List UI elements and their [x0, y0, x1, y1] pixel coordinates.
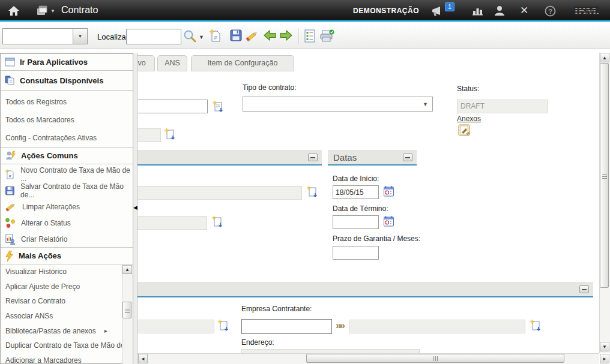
query-todos-os-marcadores[interactable]: Todos os Marcadores: [1, 111, 133, 129]
panel-collapse-strip[interactable]: ◀: [133, 53, 137, 364]
tab-item-de-configuracao[interactable]: Item de Confguração: [191, 55, 294, 71]
new-record-icon[interactable]: #: [209, 29, 223, 43]
action-alterar-o-status[interactable]: Alterar o Status: [1, 215, 133, 231]
new-record-icon: #: [5, 169, 15, 181]
more-adicionar-a-marcadores[interactable]: Adicionar a Marcadores: [1, 353, 133, 364]
more-actions-header: Mais Ações: [1, 247, 133, 264]
svg-text:?: ?: [548, 8, 552, 15]
go-to-applications-header[interactable]: Ir Para Aplicativos: [1, 53, 133, 71]
next-record-icon[interactable]: [279, 29, 293, 43]
go-to-caret-icon[interactable]: ▼: [50, 8, 55, 14]
scroll-left-button[interactable]: ◄: [138, 354, 148, 363]
query-todos-os-registros[interactable]: Todos os Registros: [1, 93, 133, 111]
change-status-icon: [5, 218, 16, 228]
actions-menu-panel: Ir Para Aplicativos Consultas Disponívei…: [0, 53, 133, 364]
query-config-contratacoes-ativas[interactable]: Config - Contratações Ativas: [1, 129, 133, 147]
app-switcher-caret-icon[interactable]: ▼: [73, 29, 87, 44]
data-termino-label: Data de Término:: [333, 204, 388, 213]
toolbar-separator: [298, 28, 298, 44]
panel-scrollbar-thumb[interactable]: [122, 302, 131, 318]
long-description-icon[interactable]: [164, 128, 176, 143]
tipo-contrato-caret-icon[interactable]: ▼: [423, 101, 428, 107]
notification-count-badge[interactable]: 1: [445, 2, 454, 11]
attachments-paperclip-icon[interactable]: [458, 124, 471, 140]
left-section-header: [108, 150, 322, 166]
help-icon[interactable]: ?: [544, 5, 557, 20]
status-label: Status:: [457, 85, 479, 93]
long-description-icon[interactable]: [306, 185, 318, 201]
print-icon[interactable]: [319, 29, 334, 43]
minimize-datas-button[interactable]: [403, 154, 412, 161]
tipo-contrato-value: [243, 100, 246, 108]
scroll-right-button[interactable]: ►: [600, 354, 609, 363]
localizar-input[interactable]: [126, 29, 181, 44]
minimize-section-button[interactable]: [308, 154, 318, 161]
more-revisar-o-contrato[interactable]: Revisar o Contrato: [1, 294, 133, 309]
page-title: Contrato: [61, 5, 98, 16]
action-limpar-alteracoes[interactable]: Limpar Alterações: [1, 198, 133, 215]
more-biblioteca-pastas-de-anexos[interactable]: Biblioteca/Pastas de anexos ▸: [1, 323, 133, 338]
app-switcher-input[interactable]: [3, 29, 73, 44]
panel-scroll-up-button[interactable]: ▲: [122, 265, 132, 274]
data-inicio-label: Data de Início:: [333, 175, 379, 183]
panel-collapse-icon[interactable]: ◀: [133, 204, 137, 210]
scroll-down-button[interactable]: ▼: [600, 342, 609, 351]
submenu-arrow-icon: ▸: [104, 327, 107, 334]
more-visualizar-historico[interactable]: Visualizar Histórico: [1, 264, 133, 279]
maximo-app-window: ▼ Contrato DEMONSTRAÇÃO 1 ✕: [0, 0, 610, 364]
more-associar-anss[interactable]: Associar ANSs: [1, 309, 133, 324]
minimize-empresa-button[interactable]: [579, 285, 589, 293]
environment-label: DEMONSTRAÇÃO: [353, 7, 419, 15]
action-salvar-contrato[interactable]: Salvar Contrato de Taxa de Mão de...: [1, 182, 133, 198]
app-switcher-combobox[interactable]: ▼: [2, 28, 88, 44]
action-novo-contrato[interactable]: # Novo Contrato de Taxa de Mão de ...: [1, 166, 133, 182]
long-description-icon[interactable]: [530, 319, 542, 335]
detail-menu-chevron-icon[interactable]: »»: [336, 320, 343, 332]
close-icon[interactable]: ✕: [520, 4, 528, 17]
data-inicio-input[interactable]: [333, 185, 379, 199]
svg-text:#: #: [214, 35, 217, 41]
go-to-apps-icon[interactable]: [36, 5, 49, 19]
horizontal-scrollbar-thumb[interactable]: [306, 354, 564, 363]
clear-changes-icon[interactable]: [245, 29, 259, 43]
empresa-descricao-field: [349, 320, 525, 333]
more-duplicar-contrato[interactable]: Duplicar Contrato de Taxa de Mão de ...: [1, 338, 133, 353]
long-description-icon[interactable]: [217, 319, 229, 335]
empresa-contratante-input[interactable]: [241, 319, 332, 334]
anexos-link[interactable]: Anexos: [457, 115, 481, 123]
announcements-icon[interactable]: [430, 5, 446, 20]
search-icon[interactable]: [183, 29, 197, 43]
svg-text:#: #: [9, 173, 11, 178]
tab-ans[interactable]: ANS: [157, 55, 187, 71]
prazo-garantia-label: Prazo de Garantia / Meses:: [333, 234, 420, 243]
record-toolbar: ▼ Localizar: ▼ #: [0, 23, 610, 49]
ibm-logo-stripes: [574, 5, 599, 16]
window-icon: [5, 58, 15, 67]
tipo-contrato-dropdown[interactable]: ▼: [243, 97, 433, 112]
save-icon[interactable]: [229, 29, 244, 43]
long-description-icon[interactable]: [212, 100, 224, 116]
calendar-icon[interactable]: [383, 185, 394, 200]
vertical-scrollbar-thumb[interactable]: [600, 63, 609, 288]
more-aplicar-ajuste-de-preco[interactable]: Aplicar Ajuste de Preço: [1, 279, 133, 294]
endereco-label: Endereço:: [241, 338, 274, 347]
datas-section-header: Datas: [328, 150, 417, 166]
prazo-garantia-input[interactable]: [333, 246, 379, 260]
more-actions-icon: [5, 251, 14, 261]
action-criar-relatorio[interactable]: Criar Relatório: [1, 231, 133, 247]
search-options-caret-icon[interactable]: ▼: [199, 34, 204, 40]
data-termino-input[interactable]: [333, 215, 379, 229]
home-icon[interactable]: [7, 5, 20, 19]
long-description-icon[interactable]: [211, 215, 223, 231]
calendar-icon[interactable]: [383, 215, 394, 230]
empresa-section-header: [108, 282, 593, 297]
available-queries-header[interactable]: Consultas Disponíveis: [1, 71, 133, 91]
reports-chart-icon[interactable]: [472, 6, 484, 18]
profile-icon[interactable]: [494, 5, 506, 19]
previous-record-icon[interactable]: [263, 29, 277, 43]
status-field: DRAFT: [457, 100, 548, 113]
save-icon: [5, 185, 15, 196]
scroll-up-button[interactable]: ▲: [600, 53, 609, 62]
empresa-contratante-label: Empresa Contratante:: [241, 305, 312, 313]
select-action-icon[interactable]: [303, 29, 318, 43]
